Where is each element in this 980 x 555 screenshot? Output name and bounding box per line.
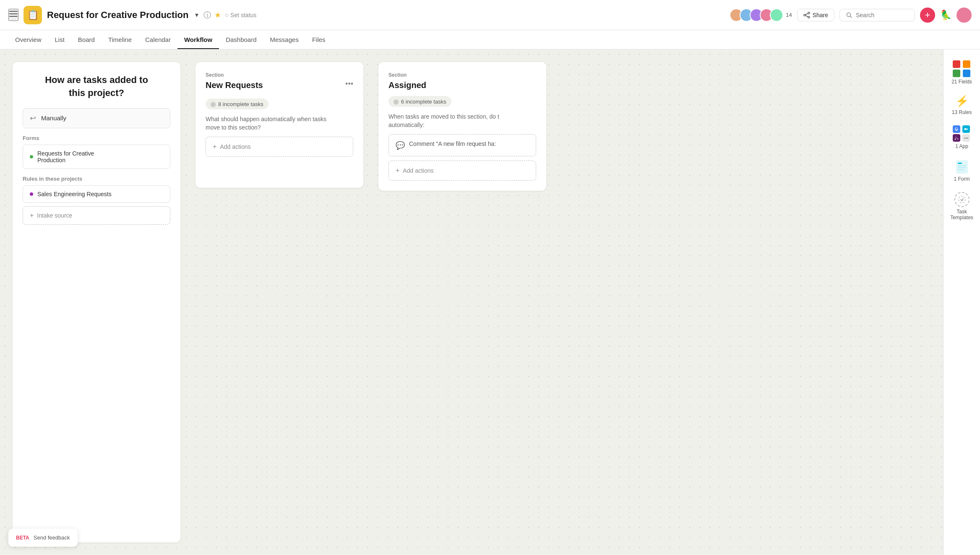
tasks-icon: ◎ <box>211 101 216 107</box>
section-label: Section <box>206 72 263 78</box>
section-name-assigned: Assigned <box>388 80 536 90</box>
manually-icon: ↩ <box>30 114 36 123</box>
svg-rect-12 <box>958 163 962 164</box>
avatar-count: 14 <box>786 12 792 18</box>
add-button[interactable]: + <box>920 8 935 23</box>
svg-rect-10 <box>964 128 967 130</box>
section-menu-button[interactable]: ••• <box>345 80 353 88</box>
add-actions-button[interactable]: + Add actions <box>206 137 353 157</box>
apps-label: 1 App <box>955 143 968 149</box>
lightning-icon: ⚡ <box>955 95 969 108</box>
rule-item[interactable]: Sales Engineering Requests <box>23 185 170 203</box>
hamburger-button[interactable] <box>8 9 18 21</box>
add-plus-icon: + <box>213 143 216 150</box>
main-canvas: How are tasks added tothis project? ↩ Ma… <box>0 49 980 555</box>
form-icon <box>954 159 970 174</box>
sidebar-apps[interactable]: ••• 1 App <box>947 121 977 153</box>
svg-rect-2 <box>9 16 18 17</box>
comment-icon: 💬 <box>396 141 405 150</box>
star-icon[interactable]: ★ <box>214 10 221 20</box>
tasks-icon-assigned: ◎ <box>394 98 399 105</box>
forms-section-label: Forms <box>23 135 170 141</box>
rules-section-label: Rules in these projects <box>23 176 170 182</box>
app-zoom <box>962 125 970 133</box>
fields-grid <box>953 60 971 77</box>
right-sidebar: 21 Fields ⚡ 13 Rules ••• <box>943 49 980 555</box>
tab-workflow[interactable]: Workflow <box>177 31 219 49</box>
svg-line-7 <box>805 16 808 17</box>
sidebar-rules[interactable]: ⚡ 13 Rules <box>947 91 977 119</box>
sidebar-task-templates[interactable]: Task Templates <box>947 188 977 225</box>
chevron-down-icon[interactable]: ▾ <box>193 9 200 21</box>
tab-messages[interactable]: Messages <box>263 31 305 49</box>
form-dot <box>30 155 33 158</box>
tab-files[interactable]: Files <box>305 31 332 49</box>
app-more: ••• <box>962 134 970 142</box>
svg-rect-1 <box>9 13 18 14</box>
svg-line-6 <box>805 13 808 15</box>
manually-option[interactable]: ↩ Manually <box>23 108 170 128</box>
svg-rect-13 <box>958 165 966 166</box>
search-bar[interactable] <box>839 9 915 21</box>
app-google <box>953 125 960 133</box>
svg-point-16 <box>959 196 965 203</box>
avatars-group: 14 <box>730 8 792 22</box>
intake-card: How are tasks added tothis project? ↩ Ma… <box>13 62 180 542</box>
form-item[interactable]: Requests for CreativeProduction <box>23 145 170 169</box>
title-actions: ▾ ⓘ ★ ○ Set status <box>193 9 256 21</box>
svg-rect-0 <box>9 11 18 12</box>
field-orange <box>963 60 970 68</box>
sidebar-forms[interactable]: 1 Form <box>947 155 977 186</box>
beta-bar: BETA Send feedback <box>8 529 78 547</box>
svg-point-5 <box>808 16 810 18</box>
header-right: 14 Share + 🦜 <box>730 8 972 23</box>
template-icon <box>954 192 970 207</box>
tab-timeline[interactable]: Timeline <box>102 31 138 49</box>
new-requests-card: Section New Requests ••• ◎ 8 incomplete … <box>195 62 363 188</box>
intake-title: How are tasks added tothis project? <box>23 74 170 100</box>
intake-plus-icon: + <box>30 212 34 219</box>
task-templates-label: Task Templates <box>950 209 973 220</box>
form-item-label: Requests for CreativeProduction <box>37 150 94 163</box>
app-slack <box>953 134 960 142</box>
svg-rect-14 <box>958 167 966 168</box>
svg-rect-15 <box>958 169 964 170</box>
svg-point-4 <box>804 14 805 16</box>
share-button[interactable]: Share <box>797 9 834 21</box>
tasks-badge-assigned: ◎ 6 incomplete tasks <box>388 96 451 107</box>
section-label-assigned: Section <box>388 72 536 78</box>
comment-action-button[interactable]: 💬 Comment "A new film request ha: <box>388 134 536 156</box>
field-green <box>953 70 960 77</box>
svg-rect-11 <box>956 160 968 174</box>
section-header: Section New Requests ••• <box>206 72 353 96</box>
app-icon: 📋 <box>23 6 42 24</box>
send-feedback-link[interactable]: Send feedback <box>34 534 70 541</box>
auto-label-assigned: When tasks are moved to this section, do… <box>388 113 536 129</box>
add-plus-icon-assigned: + <box>396 167 399 174</box>
tab-dashboard[interactable]: Dashboard <box>219 31 263 49</box>
beta-badge: BETA <box>16 535 29 541</box>
info-icon[interactable]: ⓘ <box>203 10 211 20</box>
field-blue <box>963 70 970 77</box>
tab-board[interactable]: Board <box>71 31 102 49</box>
tab-overview[interactable]: Overview <box>8 31 48 49</box>
intake-source-button[interactable]: + Intake source <box>23 206 170 225</box>
auto-label: What should happen automatically when ta… <box>206 115 353 132</box>
rules-label: 13 Rules <box>952 109 972 115</box>
header: 📋 Request for Creative Production ▾ ⓘ ★ … <box>0 0 980 30</box>
search-icon <box>846 12 852 18</box>
svg-point-3 <box>808 12 810 14</box>
bird-icon: 🦜 <box>940 10 951 21</box>
sidebar-fields[interactable]: 21 Fields <box>947 56 977 89</box>
rule-item-label: Sales Engineering Requests <box>37 191 112 197</box>
tab-calendar[interactable]: Calendar <box>138 31 177 49</box>
avatar <box>770 8 783 22</box>
nav-tabs: Overview List Board Timeline Calendar Wo… <box>0 30 980 49</box>
forms-sidebar-label: 1 Form <box>954 176 970 182</box>
tab-list[interactable]: List <box>48 31 71 49</box>
user-avatar[interactable] <box>957 8 972 23</box>
add-actions-button-assigned[interactable]: + Add actions <box>388 161 536 181</box>
field-red <box>953 60 960 68</box>
set-status-button[interactable]: ○ Set status <box>224 11 256 19</box>
search-input[interactable] <box>856 12 906 18</box>
